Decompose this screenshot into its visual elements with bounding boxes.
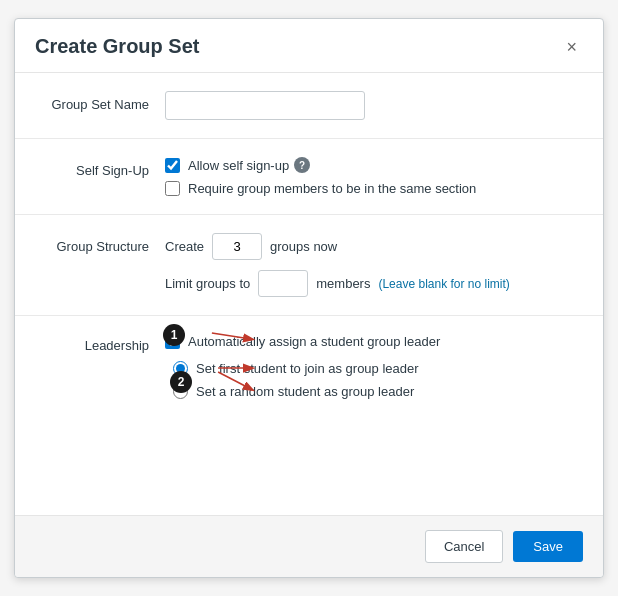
limit-hint: (Leave blank for no limit) xyxy=(378,277,509,291)
members-label: members xyxy=(316,276,370,291)
create-group-set-dialog: Create Group Set × Group Set Name Self S… xyxy=(14,18,604,578)
group-set-name-content xyxy=(165,91,583,120)
groups-now-label: groups now xyxy=(270,239,337,254)
dialog-body: Group Set Name Self Sign-Up Allow self s… xyxy=(15,73,603,515)
random-student-radio-row: Set a random student as group leader xyxy=(173,384,583,399)
first-student-radio-row: Set first student to join as group leade… xyxy=(173,361,583,376)
group-set-name-input[interactable] xyxy=(165,91,365,120)
cancel-button[interactable]: Cancel xyxy=(425,530,503,563)
help-icon[interactable]: ? xyxy=(294,157,310,173)
limit-groups-row: Limit groups to members (Leave blank for… xyxy=(165,270,583,297)
dialog-header: Create Group Set × xyxy=(15,19,603,73)
leadership-row: Leadership Automatically assign a studen… xyxy=(35,334,583,399)
auto-assign-row: Automatically assign a student group lea… xyxy=(165,334,583,349)
save-button[interactable]: Save xyxy=(513,531,583,562)
require-same-section-row: Require group members to be in the same … xyxy=(165,181,583,196)
annotation-bubble-2: 2 xyxy=(170,371,192,393)
self-signup-row: Self Sign-Up Allow self sign-up ? Requir… xyxy=(15,139,603,215)
leadership-label: Leadership xyxy=(35,334,165,353)
require-same-section-checkbox[interactable] xyxy=(165,181,180,196)
self-signup-content: Allow self sign-up ? Require group membe… xyxy=(165,157,583,196)
group-structure-content: Create groups now Limit groups to member… xyxy=(165,233,583,297)
dialog-footer: Cancel Save xyxy=(15,515,603,577)
auto-assign-label[interactable]: Automatically assign a student group lea… xyxy=(188,334,440,349)
require-same-section-label[interactable]: Require group members to be in the same … xyxy=(188,181,476,196)
allow-self-signup-label[interactable]: Allow self sign-up xyxy=(188,158,289,173)
allow-self-signup-checkbox[interactable] xyxy=(165,158,180,173)
limit-groups-label: Limit groups to xyxy=(165,276,250,291)
group-set-name-row: Group Set Name xyxy=(15,73,603,139)
dialog-title: Create Group Set xyxy=(35,35,199,58)
allow-self-signup-row: Allow self sign-up ? xyxy=(165,157,583,173)
create-groups-row: Create groups now xyxy=(165,233,583,260)
leadership-content: Automatically assign a student group lea… xyxy=(165,334,583,399)
close-button[interactable]: × xyxy=(560,36,583,58)
random-student-label[interactable]: Set a random student as group leader xyxy=(196,384,414,399)
group-set-name-label: Group Set Name xyxy=(35,91,165,112)
group-structure-row: Group Structure Create groups now Limit … xyxy=(15,215,603,316)
limit-members-input[interactable] xyxy=(258,270,308,297)
first-student-label[interactable]: Set first student to join as group leade… xyxy=(196,361,419,376)
create-label: Create xyxy=(165,239,204,254)
leadership-section: 1 2 xyxy=(15,316,603,417)
self-signup-label: Self Sign-Up xyxy=(35,157,165,178)
group-structure-label: Group Structure xyxy=(35,233,165,254)
annotation-bubble-1: 1 xyxy=(163,324,185,346)
create-groups-input[interactable] xyxy=(212,233,262,260)
radio-options: Set first student to join as group leade… xyxy=(173,361,583,399)
